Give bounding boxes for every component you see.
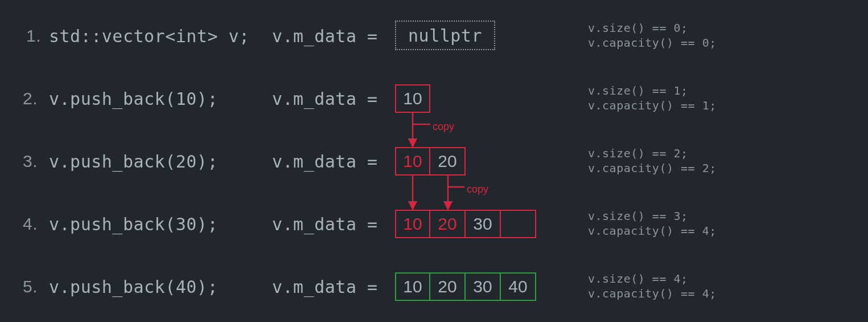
memory-cell: 30	[466, 210, 501, 238]
memory-cell: 20	[430, 272, 466, 301]
step-number: 2.	[23, 89, 38, 108]
code-line: v.push_back(20);	[49, 152, 218, 172]
memory-cell	[501, 210, 536, 238]
copy-label: copy	[433, 121, 454, 133]
step-number: 3.	[23, 152, 38, 171]
step-number: 1.	[26, 26, 41, 46]
memory-cell: 10	[395, 272, 430, 301]
nullptr-text: nullptr	[408, 26, 482, 46]
code-line: v.push_back(10);	[49, 89, 218, 109]
copy-label: copy	[467, 184, 488, 195]
memory-cells: 10	[395, 84, 430, 113]
memory-cell: 20	[430, 210, 466, 238]
step-number: 5.	[23, 277, 38, 296]
code-line: std::vector<int> v;	[49, 26, 250, 46]
step-number: 4.	[23, 214, 38, 234]
memory-cell: 10	[395, 84, 430, 113]
nullptr-box: nullptr	[395, 21, 495, 50]
mdata-label: v.m_data =	[272, 26, 378, 46]
mdata-label: v.m_data =	[272, 214, 378, 234]
code-line: v.push_back(30);	[49, 214, 218, 234]
memory-cells: 10 20 30	[395, 210, 536, 238]
size-capacity: v.size() == 2; v.capacity() == 2;	[588, 146, 717, 176]
code-line: v.push_back(40);	[49, 277, 218, 297]
memory-cells: 10 20	[395, 147, 466, 176]
mdata-label: v.m_data =	[272, 152, 378, 172]
memory-cell: 10	[395, 210, 430, 238]
memory-cell: 30	[466, 272, 501, 301]
memory-cell: 10	[395, 147, 430, 176]
mdata-label: v.m_data =	[272, 277, 378, 297]
mdata-label: v.m_data =	[272, 89, 378, 109]
size-capacity: v.size() == 1; v.capacity() == 1;	[588, 83, 717, 113]
size-capacity: v.size() == 0; v.capacity() == 0;	[588, 21, 717, 50]
size-capacity: v.size() == 4; v.capacity() == 4;	[588, 271, 717, 301]
vector-growth-diagram: 1. std::vector<int> v; v.m_data = nullpt…	[0, 0, 868, 322]
memory-cell: 20	[430, 147, 466, 176]
memory-cells: 10 20 30 40	[395, 272, 536, 301]
size-capacity: v.size() == 3; v.capacity() == 4;	[588, 209, 717, 238]
memory-cell: 40	[501, 272, 536, 301]
